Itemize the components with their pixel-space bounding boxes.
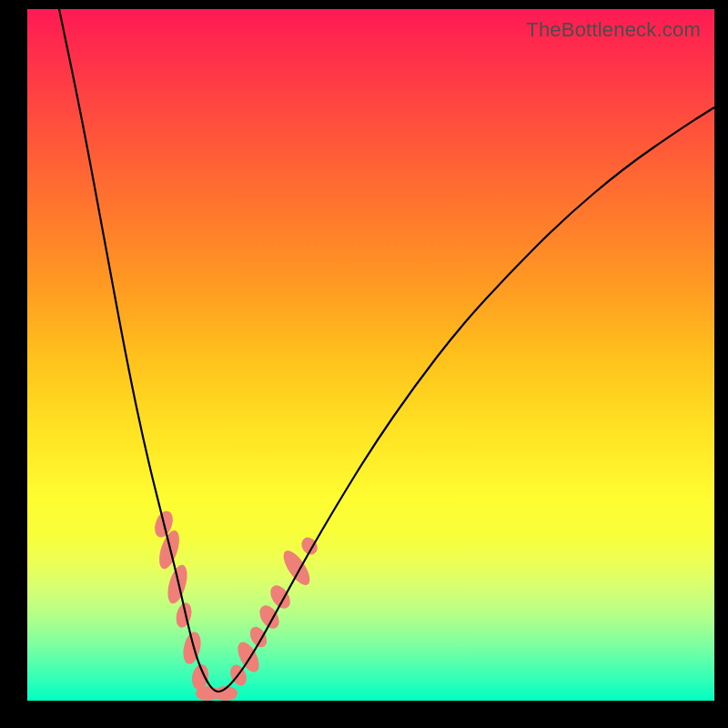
chart-frame: TheBottleneck.com <box>27 9 714 701</box>
blob-layer <box>151 509 320 701</box>
data-point-blob <box>180 631 203 666</box>
chart-svg <box>27 9 714 701</box>
v-curve <box>59 9 714 692</box>
watermark-text: TheBottleneck.com <box>526 18 701 42</box>
data-point-blob <box>164 562 190 605</box>
